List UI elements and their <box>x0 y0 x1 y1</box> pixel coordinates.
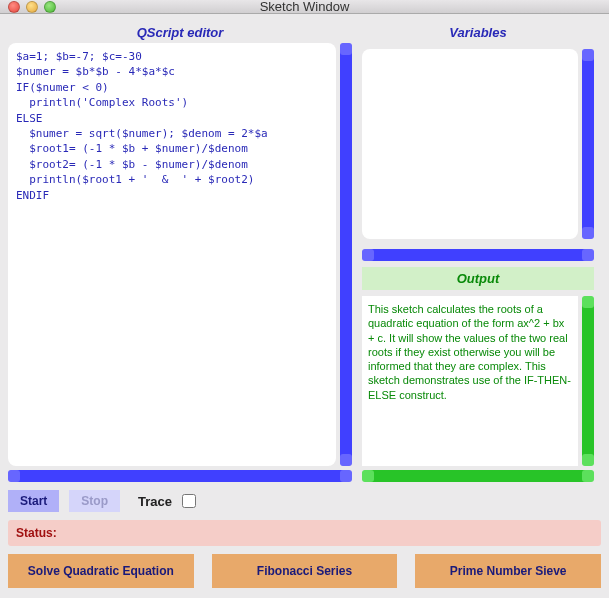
editor-panel: $a=1; $b=-7; $c=-30 $numer = $b*$b - 4*$… <box>8 43 352 466</box>
trace-label: Trace <box>138 494 172 509</box>
content: QScript editor $a=1; $b=-7; $c=-30 $nume… <box>0 14 609 598</box>
variables-area[interactable] <box>362 49 578 239</box>
stop-button: Stop <box>69 490 120 512</box>
window-title: Sketch Window <box>0 0 609 14</box>
variables-header: Variables <box>362 22 594 43</box>
editor-column: QScript editor $a=1; $b=-7; $c=-30 $nume… <box>8 22 352 482</box>
output-scrollbar-h[interactable] <box>362 470 594 482</box>
code-editor[interactable]: $a=1; $b=-7; $c=-30 $numer = $b*$b - 4*$… <box>8 43 336 466</box>
titlebar: Sketch Window <box>0 0 609 14</box>
sketch-window: Sketch Window QScript editor $a=1; $b=-7… <box>0 0 609 598</box>
output-scrollbar-v[interactable] <box>582 296 594 466</box>
prime-sieve-button[interactable]: Prime Number Sieve <box>415 554 601 588</box>
right-column: Variables Output This sketch calculates … <box>362 22 594 482</box>
solve-quadratic-button[interactable]: Solve Quadratic Equation <box>8 554 194 588</box>
variables-scrollbar-v[interactable] <box>582 49 594 239</box>
output-header: Output <box>362 267 594 290</box>
editor-header: QScript editor <box>8 22 352 43</box>
top-row: QScript editor $a=1; $b=-7; $c=-30 $nume… <box>8 22 601 482</box>
status-bar: Status: <box>8 520 601 546</box>
editor-scrollbar-h[interactable] <box>8 470 352 482</box>
fibonacci-button[interactable]: Fibonacci Series <box>212 554 398 588</box>
output-body: This sketch calculates the roots of a qu… <box>362 296 594 466</box>
variables-scrollbar-h[interactable] <box>362 249 594 261</box>
controls-row: Start Stop Trace <box>8 488 601 514</box>
editor-scrollbar-v[interactable] <box>340 43 352 466</box>
output-panel: This sketch calculates the roots of a qu… <box>362 296 594 482</box>
example-buttons: Solve Quadratic Equation Fibonacci Serie… <box>8 552 601 590</box>
output-text: This sketch calculates the roots of a qu… <box>362 296 578 466</box>
status-label: Status: <box>16 526 57 540</box>
variables-panel <box>362 49 594 239</box>
trace-checkbox[interactable] <box>182 494 196 508</box>
start-button[interactable]: Start <box>8 490 59 512</box>
